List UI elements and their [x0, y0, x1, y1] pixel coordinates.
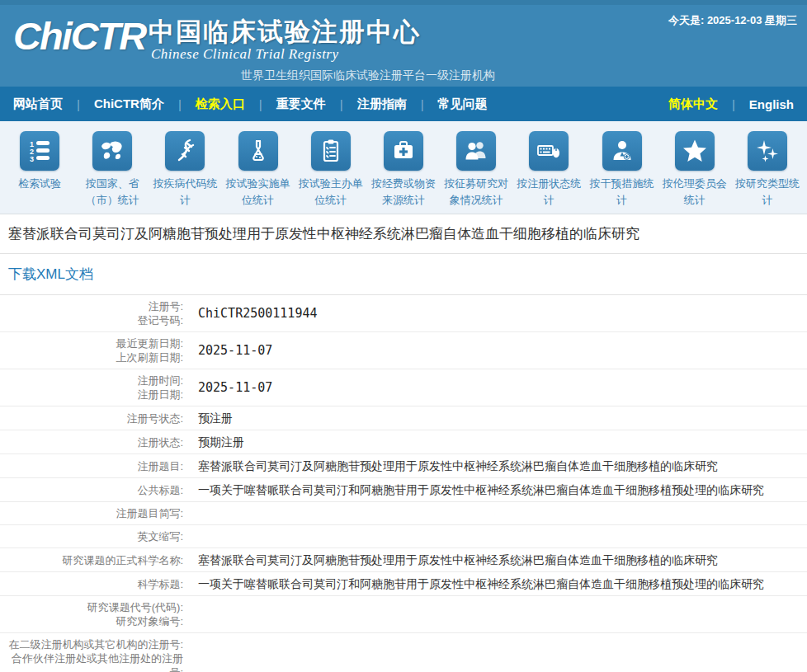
- public-title-cn-value: 塞替派联合司莫司汀及阿糖胞苷预处理用于原发性中枢神经系统淋巴瘤自体造血干细胞移植…: [183, 458, 807, 473]
- tool-stats-by-recruitment[interactable]: 按征募研究对象情况统计: [440, 131, 512, 214]
- table-row-english-acronym: 英文缩写:: [0, 525, 807, 548]
- nav-separator: |: [178, 97, 182, 111]
- tool-label: 按试验实施单位统计: [222, 176, 295, 208]
- nav-item-documents[interactable]: 重要文件: [273, 96, 329, 112]
- registration-status-value: 预期注册: [183, 435, 807, 449]
- table-row-scientific-title: 科学标题: 一项关于噻替哌联合司莫司汀和阿糖胞苷用于原发性中枢神经系统淋巴瘤自体…: [0, 572, 807, 596]
- table-row-registration-number-status: 注册号状态: 预注册: [0, 406, 807, 430]
- tool-label: 按伦理委员会统计: [658, 176, 731, 208]
- tool-label: 按试验主办单位统计: [295, 176, 367, 208]
- medical-bag-icon: [384, 131, 423, 171]
- download-xml-row: 下载XML文档: [0, 254, 807, 295]
- nav-separator: |: [732, 97, 735, 111]
- scientific-title-value: 一项关于噻替哌联合司莫司汀和阿糖胞苷用于原发性中枢神经系统淋巴瘤自体造血干细胞移…: [183, 576, 807, 591]
- tool-label: 按研究类型统计: [731, 176, 804, 208]
- tool-stats-by-disease-code[interactable]: 按疾病代码统计: [149, 131, 221, 214]
- keyboard-mouse-icon: [529, 131, 569, 171]
- registration-number-status-value: 预注册: [183, 411, 807, 425]
- tool-stats-by-funding-source[interactable]: 按经费或物资来源统计: [367, 131, 440, 214]
- tool-stats-by-ethics-committee[interactable]: 按伦理委员会统计: [658, 131, 731, 214]
- nav-separator: |: [77, 97, 80, 111]
- table-row-study-code: 研究课题代号(代码): 研究对象编号:: [0, 596, 807, 633]
- site-title-chinese: 中国临床试验注册中心: [149, 15, 421, 49]
- today-date: 今天是: 2025-12-03 星期三: [668, 13, 797, 28]
- lang-english[interactable]: English: [746, 97, 797, 111]
- nav-item-about[interactable]: ChiCTR简介: [91, 96, 168, 112]
- tool-stats-by-study-type[interactable]: 按研究类型统计: [731, 131, 804, 214]
- registration-detail-table: 注册号: 登记号码: ChiCTR2500111944 最近更新日期: 上次刷新…: [0, 295, 807, 672]
- tool-search-trials[interactable]: 1 2 3 检索试验: [3, 131, 76, 214]
- row-label: 最近更新日期: 上次刷新日期:: [0, 336, 183, 364]
- tool-label: 按干预措施统计: [586, 176, 658, 208]
- tool-stats-by-sponsor-unit[interactable]: 按试验主办单位统计: [295, 131, 367, 214]
- registration-date-value: 2025-11-07: [183, 380, 807, 395]
- row-label: 公共标题:: [0, 483, 183, 497]
- dna-icon: [165, 131, 205, 171]
- tool-label: 按征募研究对象情况统计: [440, 176, 512, 208]
- nav-item-guide[interactable]: 注册指南: [354, 96, 410, 112]
- statistics-toolbar: 1 2 3 检索试验 按国家、省（市）统计: [0, 121, 807, 214]
- flask-icon: [238, 131, 278, 171]
- row-label: 注册号: 登记号码:: [0, 299, 183, 327]
- tool-label: 按疾病代码统计: [149, 176, 221, 208]
- who-registry-subtitle: 世界卫生组织国际临床试验注册平台一级注册机构: [241, 68, 495, 83]
- people-icon: [456, 131, 496, 171]
- tool-label: 检索试验: [3, 176, 76, 192]
- public-title-value: 一项关于噻替哌联合司莫司汀和阿糖胞苷用于原发性中枢神经系统淋巴瘤自体造血干细胞移…: [183, 482, 807, 497]
- table-row-public-title: 公共标题: 一项关于噻替哌联合司莫司汀和阿糖胞苷用于原发性中枢神经系统淋巴瘤自体…: [0, 478, 807, 502]
- lang-simplified-chinese[interactable]: 简体中文: [665, 96, 721, 112]
- svg-text:3: 3: [30, 155, 34, 163]
- star-icon: [675, 131, 715, 171]
- site-title-english: Chinese Clinical Trial Registry: [151, 46, 339, 63]
- tool-stats-by-country[interactable]: 按国家、省（市）统计: [76, 131, 149, 214]
- row-label: 英文缩写:: [0, 529, 183, 543]
- row-label: 注册状态:: [0, 435, 183, 449]
- nav-item-faq[interactable]: 常见问题: [435, 96, 491, 112]
- nav-separator: |: [259, 97, 262, 111]
- row-label: 科学标题:: [0, 577, 183, 591]
- table-row-scientific-name: 研究课题的正式科学名称: 塞替派联合司莫司汀及阿糖胞苷预处理用于原发性中枢神经系…: [0, 548, 807, 572]
- tool-stats-by-intervention[interactable]: 按干预措施统计: [586, 131, 658, 214]
- nav-separator: |: [421, 97, 424, 111]
- table-row-registration-status: 注册状态: 预期注册: [0, 430, 807, 454]
- study-title: 塞替派联合司莫司汀及阿糖胞苷预处理用于原发性中枢神经系统淋巴瘤自体造血干细胞移植…: [0, 214, 807, 254]
- table-row-last-refreshed: 最近更新日期: 上次刷新日期: 2025-11-07: [0, 332, 807, 369]
- row-label: 研究课题代号(代码): 研究对象编号:: [0, 600, 183, 628]
- row-label: 注册时间: 注册日期:: [0, 374, 183, 402]
- row-label: 注册号状态:: [0, 411, 183, 425]
- nav-item-home[interactable]: 网站首页: [10, 96, 66, 112]
- scientific-name-value: 塞替派联合司莫司汀及阿糖胞苷预处理用于原发性中枢神经系统淋巴瘤自体造血干细胞移植…: [183, 552, 807, 567]
- row-label: 注册题目简写:: [0, 506, 183, 520]
- world-map-icon: [92, 131, 132, 171]
- nav-separator: |: [340, 97, 343, 111]
- table-row-secondary-registry-number: 在二级注册机构或其它机构的注册号: 合作伙伴注册处或其他注册处的注册号:: [0, 633, 807, 672]
- tool-label: 按注册状态统计: [512, 176, 585, 208]
- registration-number-value: ChiCTR2500111944: [183, 306, 807, 321]
- last-refreshed-value: 2025-11-07: [183, 343, 807, 358]
- site-header: ChiCTR 中国临床试验注册中心 Chinese Clinical Trial…: [0, 0, 807, 87]
- table-row-title-acronym: 注册题目简写:: [0, 502, 807, 525]
- table-row-registration-number: 注册号: 登记号码: ChiCTR2500111944: [0, 295, 807, 332]
- sparkles-icon: [748, 131, 787, 171]
- main-nav: 网站首页 | ChiCTR简介 | 检索入口 | 重要文件 | 注册指南 | 常…: [0, 87, 807, 121]
- tool-stats-by-registration-status[interactable]: 按注册状态统计: [512, 131, 585, 214]
- tool-stats-by-implementing-unit[interactable]: 按试验实施单位统计: [222, 131, 295, 214]
- tool-label: 按经费或物资来源统计: [367, 176, 440, 208]
- chictr-logo[interactable]: ChiCTR: [13, 13, 145, 59]
- row-label: 研究课题的正式科学名称:: [0, 553, 183, 567]
- row-label: 在二级注册机构或其它机构的注册号: 合作伙伴注册处或其他注册处的注册号:: [0, 637, 183, 672]
- clipboard-icon: [311, 131, 351, 171]
- download-xml-link[interactable]: 下载XML文档: [8, 266, 93, 282]
- table-row-registration-date: 注册时间: 注册日期: 2025-11-07: [0, 369, 807, 406]
- table-row-public-title-cn: 注册题目: 塞替派联合司莫司汀及阿糖胞苷预处理用于原发性中枢神经系统淋巴瘤自体造…: [0, 454, 807, 478]
- nav-item-search[interactable]: 检索入口: [192, 96, 248, 112]
- doctor-icon: [602, 131, 642, 171]
- numbered-list-icon: 1 2 3: [20, 131, 59, 171]
- row-label: 注册题目:: [0, 459, 183, 473]
- tool-label: 按国家、省（市）统计: [76, 176, 149, 208]
